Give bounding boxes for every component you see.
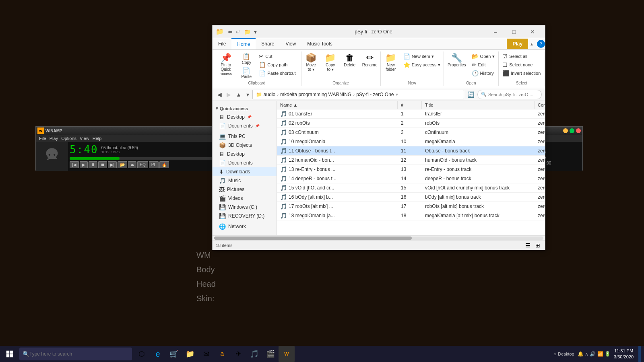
invert-selection-button[interactable]: ⬛ Invert selection — [500, 69, 543, 77]
winamp-minimize[interactable] — [563, 128, 568, 133]
winamp-eq-btn[interactable]: EQ — [137, 161, 148, 168]
taskbar-store-button[interactable]: 🛒 — [166, 346, 182, 362]
start-button[interactable] — [0, 346, 19, 362]
ribbon-help-button[interactable]: ? — [537, 40, 545, 48]
sidebar-item-desktop-quick[interactable]: 🖥 Desktop 📌 — [213, 113, 277, 121]
nav-forward-button[interactable]: ▶ — [225, 90, 233, 99]
winamp-stop-btn[interactable]: ⏹ — [98, 161, 107, 168]
winamp-next-btn[interactable]: ▶| — [108, 161, 117, 168]
taskbar-clock[interactable]: 11:31 PM 3/30/2020 — [614, 348, 634, 360]
sidebar-item-documents[interactable]: 📄 Documents — [213, 158, 277, 167]
search-box[interactable]: 🔍 — [477, 90, 542, 99]
table-row[interactable]: 🎵10 megalOmania 10 megalOmania zerO One … — [277, 137, 545, 146]
view-details-button[interactable]: ☰ — [524, 241, 532, 249]
qat-undo[interactable]: ↩ — [235, 28, 242, 36]
col-artist[interactable]: Contributing artists — [535, 101, 545, 109]
taskbar-winamp-button[interactable]: W — [279, 346, 295, 362]
table-row[interactable]: 🎵17 robOts [alt mix] ... 17 robOts [alt … — [277, 202, 545, 211]
winamp-eject-btn[interactable]: ⏏ — [128, 161, 136, 168]
winamp-play-btn[interactable]: ▶ — [80, 161, 88, 168]
winamp-progress-bar[interactable] — [70, 157, 235, 160]
tab-home[interactable]: Home — [231, 38, 256, 49]
taskbar-cortana-button[interactable]: ⬡ — [134, 346, 150, 362]
sidebar-item-this-pc[interactable]: 💻 This PC — [213, 132, 277, 141]
table-row[interactable]: 🎵16 bOdy [alt mix] b... 16 bOdy [alt mix… — [277, 193, 545, 202]
sidebar-item-music[interactable]: 🎵 Music — [213, 176, 277, 185]
qat-dropdown[interactable]: ▾ — [253, 28, 258, 36]
winamp-ml-btn[interactable]: 🔥 — [159, 161, 169, 168]
winamp-pl-btn[interactable]: PL — [149, 161, 159, 168]
sidebar-quick-access-header[interactable]: ▾ Quick access — [213, 104, 277, 113]
sidebar-item-documents-quick[interactable]: 📄 Documents 📌 — [213, 121, 277, 130]
move-to-button[interactable]: 📦 Moveto ▾ — [302, 52, 320, 73]
table-row[interactable]: 🎵03 cOntinuum 3 cOntinuum zerO One pSy-f… — [277, 128, 545, 137]
close-button[interactable]: ✕ — [523, 25, 542, 38]
tab-music-tools[interactable]: Music Tools — [301, 38, 338, 49]
tab-view[interactable]: View — [280, 38, 301, 49]
winamp-maximize[interactable] — [570, 128, 574, 133]
table-row[interactable]: 🎵18 megalOmania [a... 18 megalOmania [al… — [277, 211, 545, 220]
open-button[interactable]: 📂 Open ▾ — [470, 52, 497, 60]
winamp-menu-view[interactable]: View — [80, 136, 89, 141]
table-row[interactable]: 🎵01 transfEr 1 transfEr zerO One pSy-fi — [277, 109, 545, 119]
edit-button[interactable]: ✏ Edit — [470, 61, 497, 69]
col-num[interactable]: # — [398, 101, 422, 109]
paste-button[interactable]: 📄 Paste — [237, 66, 255, 80]
sidebar-item-videos[interactable]: 🎬 Videos — [213, 194, 277, 203]
taskbar-explorer-button[interactable]: 📁 — [182, 346, 198, 362]
taskbar-show-more[interactable]: » — [554, 352, 556, 356]
table-row[interactable]: 🎵11 Obtuse - bonus t... 11 Obtuse - bonu… — [277, 146, 545, 156]
table-row[interactable]: 🎵12 humanOid - bon... 12 humanOid - bonu… — [277, 156, 545, 165]
sidebar-item-network[interactable]: 🌐 Network — [213, 222, 277, 231]
horizontal-scrollbar[interactable] — [213, 235, 545, 240]
sidebar-item-3d-objects[interactable]: 📦 3D Objects — [213, 141, 277, 150]
new-item-button[interactable]: 📄 New item ▾ — [401, 52, 442, 60]
properties-button[interactable]: 🔧 Properties — [446, 52, 468, 68]
taskbar-search-input[interactable] — [29, 351, 129, 357]
winamp-close[interactable] — [576, 128, 581, 133]
address-path[interactable]: 📁 audio › mkdelta programming WARNING › … — [252, 90, 464, 99]
sidebar-item-pictures[interactable]: 🖼 Pictures — [213, 185, 277, 194]
copy-path-button[interactable]: 📋 Copy path — [257, 61, 297, 69]
paste-shortcut-button[interactable]: 📄 Paste shortcut — [257, 69, 297, 77]
qat-folder-up[interactable]: 📁 — [243, 28, 252, 36]
taskbar-tripadvisor-button[interactable]: ✈ — [230, 346, 246, 362]
winamp-menu-options[interactable]: Options — [61, 136, 76, 141]
taskbar-search-box[interactable]: 🔍 — [19, 348, 132, 360]
minimize-button[interactable]: – — [486, 25, 505, 38]
nav-back-button[interactable]: ◀ — [216, 90, 223, 99]
pin-quick-access-button[interactable]: 📌 Pin to Quickaccess — [216, 52, 236, 77]
history-button[interactable]: 🕐 History — [470, 69, 497, 77]
easy-access-button[interactable]: ⭐ Easy access ▾ — [401, 61, 442, 69]
col-name[interactable]: Name ▲ — [277, 101, 398, 109]
maximize-button[interactable]: □ — [505, 25, 523, 38]
winamp-menu-file[interactable]: File — [39, 136, 46, 141]
rename-button[interactable]: ✏ Rename — [360, 52, 380, 68]
delete-button[interactable]: 🗑 Delete — [341, 52, 359, 68]
col-title[interactable]: Title — [422, 101, 535, 109]
new-folder-button[interactable]: 📁 Newfolder — [382, 52, 400, 73]
taskbar-amazon-button[interactable]: a — [214, 346, 230, 362]
table-row[interactable]: 🎵02 robOts 2 robOts zerO One pSy-fi — [277, 119, 545, 128]
scrollbar-thumb[interactable] — [214, 237, 412, 240]
path-part-audio[interactable]: audio — [264, 92, 275, 97]
table-row[interactable]: 🎵14 deepeR - bonus t... 14 deepeR - bonu… — [277, 174, 545, 183]
table-row[interactable]: 🎵13 re-Entry - bonus ... 13 re-Entry - b… — [277, 165, 545, 174]
sidebar-item-windows-c[interactable]: 💾 Windows (C:) — [213, 203, 277, 212]
taskbar-music-button[interactable]: 🎵 — [246, 346, 262, 362]
nav-recent-button[interactable]: ▾ — [245, 90, 251, 99]
select-none-button[interactable]: ☐ Select none — [500, 61, 543, 69]
qat-back[interactable]: ⬅ — [227, 28, 233, 36]
copy-to-button[interactable]: 📁 Copyto ▾ — [322, 52, 339, 73]
winamp-open-btn[interactable]: 📂 — [118, 161, 127, 168]
nav-up-button[interactable]: ▲ — [234, 90, 243, 99]
tab-share[interactable]: Share — [256, 38, 280, 49]
sidebar-item-desktop[interactable]: 🖥 Desktop — [213, 150, 277, 158]
ribbon-collapse[interactable]: ▲ — [528, 41, 535, 47]
show-desktop-button[interactable] — [638, 346, 641, 362]
nav-refresh-button[interactable]: 🔄 — [466, 90, 476, 99]
tab-play[interactable]: Play — [507, 39, 528, 49]
taskbar-mail-button[interactable]: ✉ — [198, 346, 214, 362]
sidebar-item-recovery-d[interactable]: 💾 RECOVERY (D:) — [213, 212, 277, 220]
path-part-psy-fi[interactable]: pSy-fi - zerO One — [356, 92, 394, 97]
